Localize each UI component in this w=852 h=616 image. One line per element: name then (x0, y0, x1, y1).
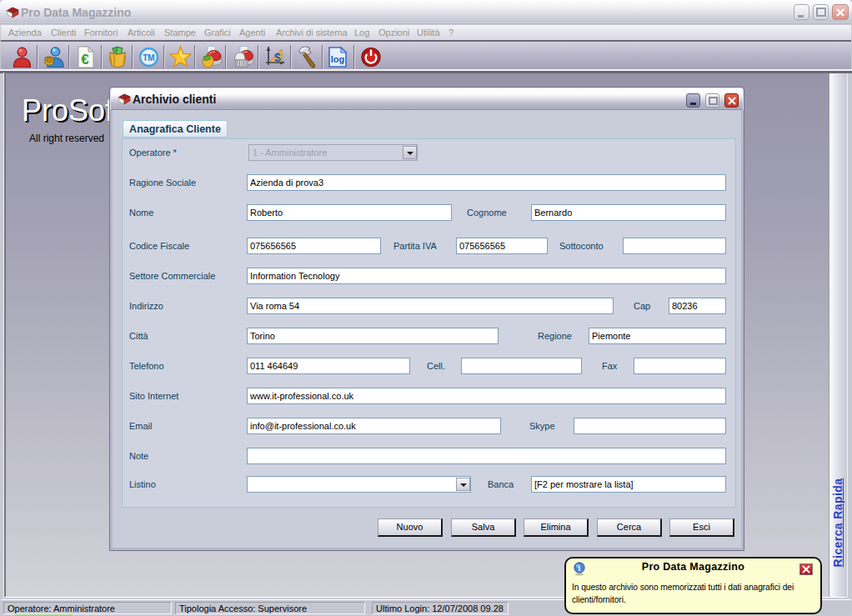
svg-text:$: $ (274, 51, 281, 64)
svg-text:log: log (331, 54, 345, 64)
svg-text:€: € (81, 52, 89, 68)
svg-text:TM: TM (143, 53, 154, 63)
